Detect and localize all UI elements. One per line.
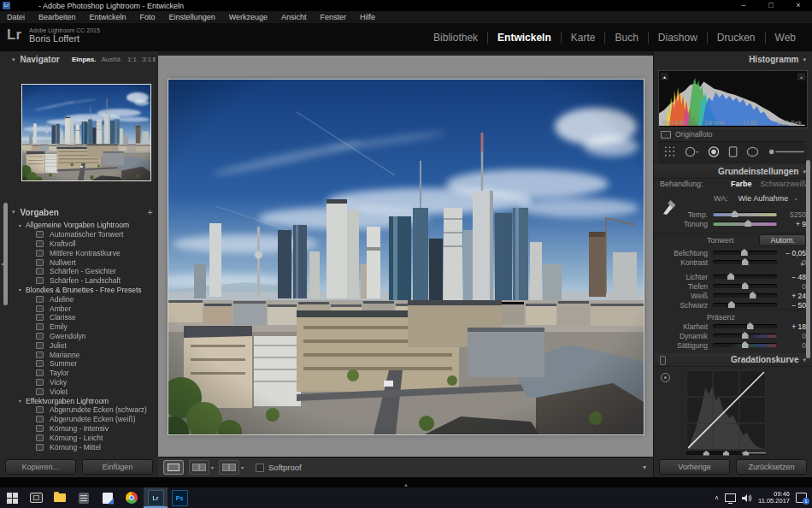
histogram-header[interactable]: Histogramm ▾ <box>654 53 812 66</box>
slider-value[interactable]: 0 <box>777 282 806 291</box>
module-tab[interactable]: Bibliothek <box>424 32 487 44</box>
module-tab[interactable]: Web <box>765 32 805 44</box>
menu-item[interactable]: Fenster <box>314 13 354 21</box>
right-scrollbar[interactable] <box>806 160 810 358</box>
task-view-button[interactable] <box>24 487 48 508</box>
preset-item[interactable]: Abgerundete Ecken (weiß) <box>12 415 155 424</box>
notepad-app-button[interactable] <box>96 487 120 508</box>
maximize-button[interactable]: □ <box>757 0 785 11</box>
slider-thumb[interactable] <box>732 210 738 217</box>
preset-item[interactable]: Körnung - Intensiv <box>12 424 155 434</box>
auto-tone-button[interactable]: Autom. <box>759 234 806 246</box>
preset-item[interactable]: Schärfen - Landschaft <box>12 276 155 286</box>
minimize-button[interactable]: − <box>730 0 757 11</box>
slider-track[interactable] <box>713 293 777 298</box>
photoshop-taskbar-button[interactable]: Ps <box>168 487 191 508</box>
preset-item[interactable]: Adeline <box>12 294 155 304</box>
previous-button[interactable]: Vorherige <box>659 459 730 475</box>
menu-item[interactable]: Foto <box>133 13 162 21</box>
menu-item[interactable]: Datei <box>0 13 32 21</box>
slider-thumb[interactable] <box>750 292 756 298</box>
toolbar-options-caret[interactable]: ▾ <box>643 464 646 471</box>
slider-value[interactable]: 0 <box>777 332 806 340</box>
menu-item[interactable]: Hilfe <box>353 13 382 21</box>
curve-panel-header[interactable]: Gradationskurve ▾ <box>654 353 812 367</box>
menu-item[interactable]: Ansicht <box>274 13 314 21</box>
module-tab[interactable]: Buch <box>604 32 647 44</box>
slider-value[interactable]: − 50 <box>777 301 806 310</box>
spot-removal-tool-icon[interactable] <box>685 145 699 158</box>
graduated-filter-tool-icon[interactable] <box>728 145 738 158</box>
action-center-icon[interactable]: 1 <box>796 493 807 503</box>
preset-group-header[interactable]: ▾ Blondies & Brunettes - Free Presets <box>12 286 155 295</box>
start-button[interactable] <box>0 487 24 508</box>
slider-thumb[interactable] <box>742 332 749 339</box>
preset-item[interactable]: Violet <box>12 387 155 396</box>
preset-item[interactable]: Körnung - Mittel <box>12 442 155 452</box>
preset-group-header[interactable]: ▾ Allgemeine Vorgaben Lightroom <box>12 221 155 230</box>
network-icon[interactable] <box>725 493 736 502</box>
tone-curve[interactable] <box>686 370 766 456</box>
notes-app-button[interactable] <box>72 487 96 508</box>
volume-icon[interactable] <box>742 493 752 503</box>
slider-thumb[interactable] <box>744 220 751 227</box>
collapse-left-panel-arrow[interactable]: ◂ <box>1 260 4 268</box>
preset-item[interactable]: Körnung - Leicht <box>12 433 155 442</box>
add-preset-button[interactable]: + <box>148 207 153 217</box>
module-tab[interactable]: Diashow <box>648 32 707 44</box>
preset-item[interactable]: Nullwert <box>12 257 155 267</box>
preset-item[interactable]: Abgerundete Ecken (schwarz) <box>12 405 155 415</box>
softproof-checkbox[interactable] <box>256 464 264 472</box>
wb-dropdown-caret[interactable]: ⌄ <box>793 195 798 202</box>
clock[interactable]: 09:46 11.05.2017 <box>758 491 790 505</box>
slider-value[interactable]: 0 <box>777 341 806 350</box>
navigator-zoom-option[interactable]: 3:1 <box>142 56 151 63</box>
slider-thumb[interactable] <box>742 282 749 289</box>
slider-thumb[interactable] <box>741 249 748 256</box>
slider-track[interactable] <box>713 260 777 264</box>
preset-item[interactable]: Automatischer Tonwert <box>12 230 155 239</box>
module-tab[interactable]: Drucken <box>707 32 765 44</box>
preset-item[interactable]: Juliet <box>12 340 155 350</box>
zoom-updown-icon[interactable]: ⇕ <box>151 56 156 63</box>
preset-item[interactable]: Emily <box>12 322 155 332</box>
reset-button[interactable]: Zurücksetzen <box>736 459 807 475</box>
preset-item[interactable]: Marianne <box>12 350 155 359</box>
compare-view-button[interactable] <box>189 460 209 475</box>
slider-track[interactable] <box>713 334 777 338</box>
slider-thumb[interactable] <box>728 301 735 308</box>
menu-item[interactable]: Werkzeuge <box>222 13 274 21</box>
slider-value[interactable]: − 0,05 <box>777 249 806 257</box>
treatment-color-option[interactable]: Farbe <box>731 180 752 188</box>
slider-thumb[interactable] <box>742 258 749 265</box>
shadow-clipping-indicator[interactable]: ▴ <box>661 73 668 80</box>
module-tab[interactable]: Karte <box>561 32 605 44</box>
copy-button[interactable]: Kopieren... <box>5 459 76 475</box>
photo[interactable] <box>168 80 644 434</box>
navigator-zoom-option[interactable]: 1:1 <box>127 56 137 63</box>
slider-track[interactable] <box>713 275 777 279</box>
slider-track[interactable] <box>713 251 777 255</box>
wb-preset-dropdown[interactable]: Wie Aufnahme <box>738 194 789 203</box>
slider-track[interactable] <box>713 212 777 216</box>
before-after-view-button[interactable] <box>219 460 239 475</box>
slider-value[interactable]: 5250 <box>777 210 806 219</box>
slider-value[interactable]: − 48 <box>777 273 806 281</box>
panel-switch-icon[interactable] <box>660 356 666 365</box>
slider-thumb[interactable] <box>742 341 749 348</box>
slider-track[interactable] <box>713 343 777 347</box>
preset-item[interactable]: Amber <box>12 304 155 313</box>
presets-header[interactable]: ▾ Vorgaben + <box>12 207 153 217</box>
treatment-bw-option[interactable]: Schwarzweiß <box>760 180 806 188</box>
navigator-zoom-option[interactable]: Einpas. <box>72 56 96 63</box>
paste-button[interactable]: Einfügen <box>82 459 153 475</box>
red-eye-tool-icon[interactable] <box>708 145 720 158</box>
adjustment-brush-tool-icon[interactable] <box>768 145 806 158</box>
menu-item[interactable]: Bearbeiten <box>32 13 83 21</box>
preset-item[interactable]: Schärfen - Gesichter <box>12 267 155 276</box>
preset-item[interactable]: Taylor <box>12 369 155 378</box>
preset-item[interactable]: Clarisse <box>12 313 155 322</box>
collapse-top-panel-arrow[interactable]: ▴ <box>404 55 408 62</box>
basic-panel-header[interactable]: Grundeinstellungen ▾ <box>654 165 812 179</box>
preset-group-header[interactable]: ▾ Effektvorgaben Lightroom <box>12 396 155 405</box>
